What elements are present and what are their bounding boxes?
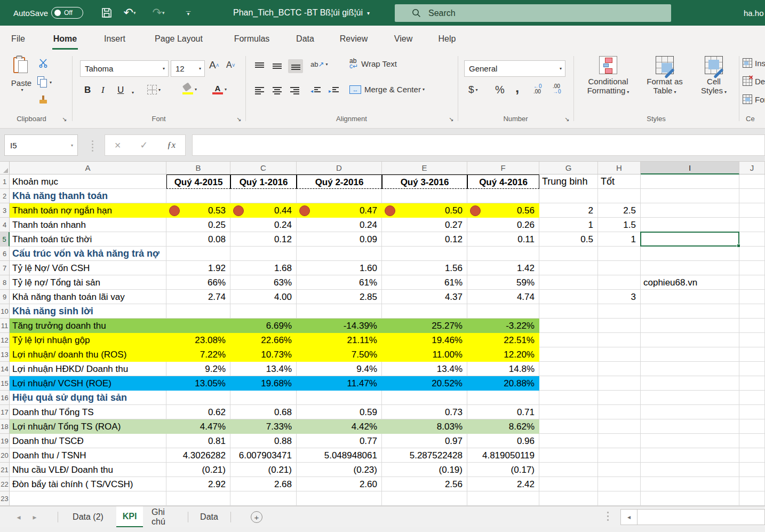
cell-B1[interactable] (166, 174, 230, 189)
customize-toolbar-icon[interactable]: —▾ (181, 0, 195, 26)
cancel-icon[interactable]: × (115, 139, 121, 152)
cell-D2[interactable] (297, 189, 382, 203)
align-left-button[interactable] (255, 87, 264, 94)
cell-D11[interactable] (297, 319, 382, 333)
cell-C10[interactable] (230, 304, 297, 319)
column-header-D[interactable]: D (297, 162, 382, 174)
insert-cells-button[interactable]: Inse (743, 58, 765, 68)
cell-G3[interactable] (539, 203, 598, 218)
underline-button[interactable]: U (117, 85, 124, 96)
search-box[interactable]: Search (395, 4, 671, 22)
top-align-button[interactable] (255, 62, 264, 70)
cell-A5[interactable] (10, 232, 166, 247)
cell-I17[interactable] (641, 405, 739, 419)
cell-I2[interactable] (641, 189, 739, 203)
cell-D23[interactable] (297, 491, 382, 506)
cell-I5[interactable] (641, 232, 739, 247)
cell-G12[interactable] (539, 333, 598, 347)
cell-D5[interactable] (297, 232, 382, 247)
formula-input[interactable] (192, 134, 765, 156)
insert-function-icon[interactable]: ƒx (167, 140, 176, 150)
row-header-21[interactable]: 21 (0, 463, 10, 477)
cell-J10[interactable] (739, 304, 765, 319)
cell-F9[interactable] (467, 290, 539, 304)
column-header-J[interactable]: J (739, 162, 765, 174)
cell-E1[interactable] (382, 174, 467, 189)
cell-H16[interactable] (598, 391, 641, 405)
cell-A2[interactable] (10, 189, 166, 203)
cell-D9[interactable] (297, 290, 382, 304)
cell-I21[interactable] (641, 463, 739, 477)
cell-C13[interactable] (230, 347, 297, 362)
cell-F16[interactable] (467, 391, 539, 405)
cell-J1[interactable] (739, 174, 765, 189)
tab-view[interactable]: View (389, 26, 417, 52)
cell-G4[interactable] (539, 218, 598, 232)
cell-F7[interactable] (467, 261, 539, 275)
cell-B3[interactable] (166, 203, 230, 218)
cell-G17[interactable] (539, 405, 598, 419)
cell-H23[interactable] (598, 491, 641, 506)
cell-C8[interactable] (230, 275, 297, 290)
cell-A13[interactable] (10, 347, 166, 362)
cell-D1[interactable] (297, 174, 382, 189)
cell-G14[interactable] (539, 362, 598, 376)
fill-color-button[interactable]: ▾ (182, 84, 197, 94)
cell-F14[interactable] (467, 362, 539, 376)
save-icon[interactable] (99, 0, 114, 26)
cell-D21[interactable] (297, 463, 382, 477)
cell-H13[interactable] (598, 347, 641, 362)
cell-F13[interactable] (467, 347, 539, 362)
cell-A14[interactable] (10, 362, 166, 376)
cell-J22[interactable] (739, 477, 765, 491)
cell-J7[interactable] (739, 261, 765, 275)
cell-I15[interactable] (641, 376, 739, 391)
cell-J2[interactable] (739, 189, 765, 203)
cell-F6[interactable] (467, 247, 539, 261)
cell-D12[interactable] (297, 333, 382, 347)
cell-B6[interactable] (166, 247, 230, 261)
cell-F17[interactable] (467, 405, 539, 419)
cell-E14[interactable] (382, 362, 467, 376)
cell-E18[interactable] (382, 419, 467, 434)
cell-E11[interactable] (382, 319, 467, 333)
cell-C5[interactable] (230, 232, 297, 247)
decrease-decimal-button[interactable]: .00→0 (553, 84, 561, 94)
cell-A3[interactable] (10, 203, 166, 218)
cell-B17[interactable] (166, 405, 230, 419)
cell-A19[interactable] (10, 434, 166, 448)
row-header-1[interactable]: 1 (0, 174, 10, 189)
column-header-G[interactable]: G (539, 162, 598, 174)
cell-H21[interactable] (598, 463, 641, 477)
cell-J19[interactable] (739, 434, 765, 448)
percent-style-button[interactable]: % (495, 84, 505, 96)
cell-B18[interactable] (166, 419, 230, 434)
cell-H7[interactable] (598, 261, 641, 275)
copy-button[interactable]: ▾ (37, 76, 52, 88)
cell-B7[interactable] (166, 261, 230, 275)
autosave-toggle[interactable]: Off (51, 7, 83, 19)
cell-J15[interactable] (739, 376, 765, 391)
cell-G7[interactable] (539, 261, 598, 275)
bold-button[interactable]: B (84, 85, 91, 96)
cell-E16[interactable] (382, 391, 467, 405)
cell-F2[interactable] (467, 189, 539, 203)
cell-C4[interactable] (230, 218, 297, 232)
cell-H3[interactable] (598, 203, 641, 218)
bottom-align-button[interactable] (288, 59, 303, 73)
tab-formulas[interactable]: Formulas (229, 26, 274, 52)
cell-G2[interactable] (539, 189, 598, 203)
cell-H18[interactable] (598, 419, 641, 434)
cell-D18[interactable] (297, 419, 382, 434)
cell-G23[interactable] (539, 491, 598, 506)
cell-F21[interactable] (467, 463, 539, 477)
alignment-dialog-launcher-icon[interactable]: ↘ (449, 116, 453, 123)
row-header-23[interactable]: 23 (0, 491, 10, 506)
cell-D4[interactable] (297, 218, 382, 232)
cell-C9[interactable] (230, 290, 297, 304)
format-as-table-button[interactable]: Format as Table▾ (639, 56, 690, 115)
sheet-nav-left-icon[interactable]: ◂ (12, 506, 26, 528)
cell-H2[interactable] (598, 189, 641, 203)
row-header-16[interactable]: 16 (0, 391, 10, 405)
row-header-3[interactable]: 3 (0, 203, 10, 218)
